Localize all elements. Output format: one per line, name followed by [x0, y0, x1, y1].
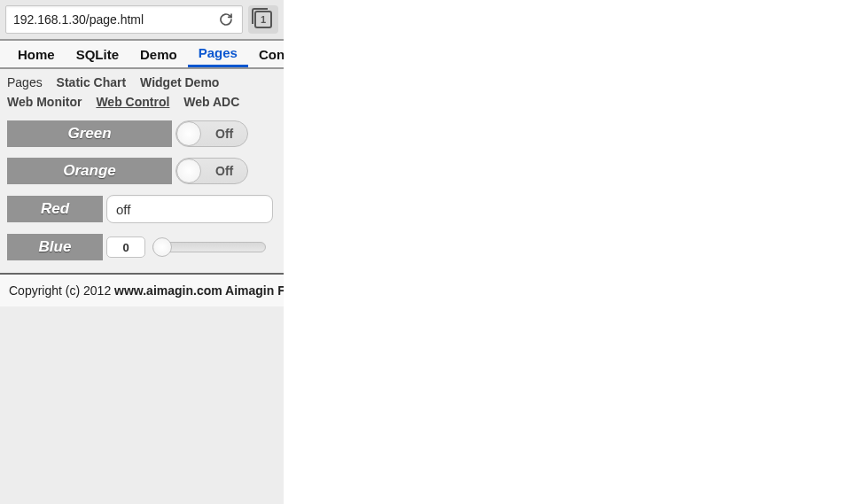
footer-suffix: Aimagin F [222, 283, 284, 298]
label-red: Red [7, 196, 103, 222]
label-green: Green [7, 120, 172, 147]
toggle-orange[interactable]: Off [175, 158, 248, 184]
row-orange: Orange Off [7, 158, 277, 184]
label-green-text: Green [67, 125, 111, 143]
tabs-button[interactable]: 1 [248, 5, 278, 34]
footer-prefix: Copyright (c) 2012 [9, 283, 114, 298]
url-bar[interactable]: 192.168.1.30/page.html [5, 5, 243, 34]
select-red-value: off [116, 202, 130, 217]
nav-sqlite[interactable]: SQLite [66, 41, 129, 67]
select-red[interactable]: off [106, 195, 273, 223]
subnav-pages-label: Pages [7, 73, 43, 92]
toggle-orange-state: Off [215, 164, 233, 178]
label-red-text: Red [41, 200, 69, 218]
label-orange-text: Orange [63, 162, 116, 180]
nav-con[interactable]: Con [248, 41, 284, 67]
row-red: Red off [7, 195, 277, 223]
row-green: Green Off [7, 120, 277, 147]
subnav-widget-demo[interactable]: Widget Demo [140, 73, 219, 92]
subnav-web-adc[interactable]: Web ADC [183, 92, 239, 112]
browser-chrome: 192.168.1.30/page.html 1 [0, 0, 284, 39]
subnav-web-control[interactable]: Web Control [96, 92, 169, 112]
nav-pages[interactable]: Pages [188, 41, 248, 67]
tabs-count: 1 [254, 11, 272, 28]
footer-link[interactable]: www.aimagin.com [114, 283, 222, 298]
value-blue: 0 [106, 236, 145, 258]
reload-icon[interactable] [217, 11, 235, 28]
label-blue-text: Blue [39, 238, 72, 256]
controls-panel: Green Off Orange Off Red [0, 113, 284, 269]
slider-blue-knob [152, 237, 172, 257]
label-blue: Blue [7, 234, 103, 260]
subnav: Pages Static Chart Widget Demo Web Monit… [0, 69, 284, 113]
toggle-green-state: Off [215, 127, 233, 141]
nav-demo[interactable]: Demo [129, 41, 188, 67]
slider-blue[interactable] [152, 240, 266, 254]
page-body: Home SQLite Demo Pages Con Pages Static … [0, 39, 284, 306]
url-text: 192.168.1.30/page.html [13, 12, 217, 27]
toggle-green[interactable]: Off [175, 120, 248, 147]
footer: Copyright (c) 2012 www.aimagin.com Aimag… [0, 275, 284, 306]
main-nav: Home SQLite Demo Pages Con [0, 39, 284, 69]
label-orange: Orange [7, 158, 172, 184]
subnav-static-chart[interactable]: Static Chart [57, 73, 127, 92]
toggle-orange-knob [176, 159, 201, 183]
subnav-web-monitor[interactable]: Web Monitor [7, 92, 82, 112]
nav-home[interactable]: Home [7, 41, 66, 67]
row-blue: Blue 0 [7, 234, 277, 260]
toggle-green-knob [176, 121, 201, 146]
mobile-viewport: 192.168.1.30/page.html 1 Home SQLite Dem… [0, 0, 284, 504]
